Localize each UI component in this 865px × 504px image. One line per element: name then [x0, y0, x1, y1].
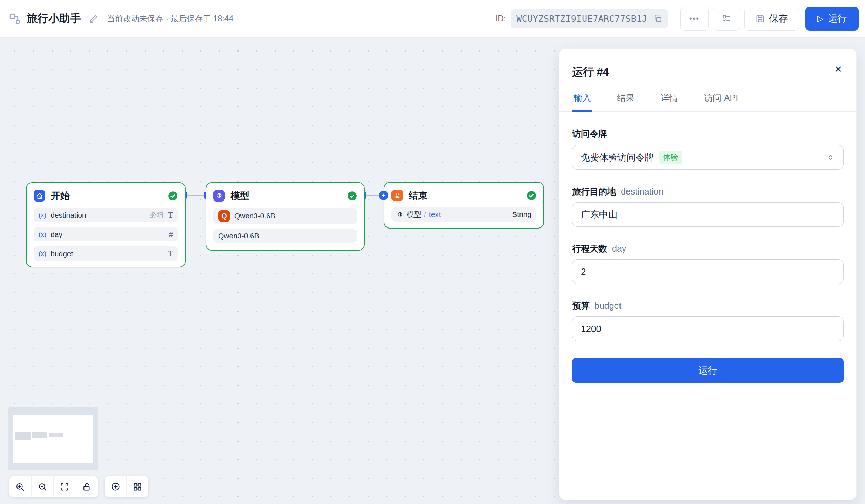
lock-toggle-button[interactable] [76, 476, 98, 497]
variable-icon: (x) [39, 211, 46, 219]
app-window: 旅行小助手 当前改动未保存 · 最后保存于 18:44 ID: WCUYZSRT… [0, 0, 865, 504]
var-name: day [51, 230, 62, 239]
node-model-title: 模型 [230, 190, 249, 202]
run-panel: 运行 #4 ✕ 输入 结果 详情 访问 API 访问令牌 免费体验访问令牌 体验… [559, 48, 857, 500]
home-icon [34, 190, 45, 202]
day-input[interactable] [572, 259, 844, 284]
zoom-out-icon [38, 482, 47, 492]
model-selector-row: Q Qwen3-0.6B [213, 208, 357, 224]
zoom-in-icon [15, 482, 25, 492]
workflow-id-value: WCUYZSRTZI9IUE7ARC77SB1J [516, 14, 647, 24]
minimap-node [15, 432, 31, 440]
node-model-header: 模型 [213, 190, 357, 202]
success-check-icon [168, 191, 178, 201]
run-panel-tabs: 输入 结果 详情 访问 API [559, 92, 856, 112]
node-start[interactable]: 开始 (x) destination 必填 T (x) day [26, 182, 186, 267]
qwen-logo-icon: Q [218, 210, 230, 222]
node-end-header: 结束 [391, 190, 536, 201]
circle-plus-icon [110, 482, 121, 492]
start-row-day: (x) day # [34, 227, 178, 241]
node-start-title: 开始 [51, 190, 70, 202]
workflow-icon [8, 12, 21, 25]
field-label-text: 旅行目的地 [572, 186, 616, 197]
ref-separator: / [424, 210, 426, 219]
grid-icon [133, 482, 142, 492]
ref-field-link: text [429, 210, 441, 219]
destination-label: 旅行目的地 destination [572, 186, 844, 197]
panel-run-button[interactable]: 运行 [572, 358, 844, 383]
token-value: 免费体验访问令牌 [581, 151, 654, 164]
var-name: destination [51, 211, 86, 219]
ellipsis-icon: ••• [689, 14, 699, 23]
type-number-icon: # [169, 230, 173, 239]
add-node-plus-button[interactable]: + [379, 191, 388, 200]
workflow-id-pill: WCUYZSRTZI9IUE7ARC77SB1J [511, 9, 668, 28]
canvas-zoom-toolbar [9, 476, 98, 497]
checklist-button[interactable] [713, 7, 740, 31]
trial-badge: 体验 [659, 151, 682, 164]
tab-input[interactable]: 输入 [572, 92, 592, 112]
brain-mini-icon [396, 211, 404, 218]
plus-icon: + [381, 191, 385, 200]
header-run-button[interactable]: ▷ 运行 [805, 7, 859, 31]
close-icon[interactable]: ✕ [834, 65, 842, 74]
node-model-rows: Q Qwen3-0.6B Qwen3-0.6B [213, 208, 357, 243]
var-name: budget [51, 250, 73, 258]
type-text-icon: T [168, 249, 173, 258]
field-label-text: 预算 [572, 300, 590, 312]
edit-pencil-icon[interactable] [89, 14, 99, 23]
ref-node-name: 模型 [407, 210, 421, 219]
copy-icon[interactable] [653, 14, 662, 23]
model-name: Qwen3-0.6B [234, 212, 275, 220]
auto-layout-button[interactable] [126, 476, 148, 497]
tab-access-api[interactable]: 访问 API [703, 92, 739, 111]
type-text-icon: T [168, 211, 173, 220]
model-prompt-row: Qwen3-0.6B [213, 229, 357, 243]
run-button-label: 运行 [828, 12, 847, 25]
node-start-header: 开始 [34, 190, 178, 202]
tab-result[interactable]: 结果 [616, 92, 636, 111]
field-key-text: day [612, 244, 626, 254]
field-label-text: 行程天数 [572, 243, 607, 254]
play-icon: ▷ [817, 14, 824, 23]
minimap-node [32, 432, 47, 438]
start-row-budget: (x) budget T [34, 246, 178, 261]
node-end-title: 结束 [409, 189, 428, 202]
required-badge: 必填 [150, 210, 164, 220]
header-right: ID: WCUYZSRTZI9IUE7ARC77SB1J ••• [496, 7, 859, 31]
budget-input[interactable] [572, 316, 844, 341]
node-start-rows: (x) destination 必填 T (x) day # (x) budge… [34, 208, 178, 261]
variable-icon: (x) [39, 250, 46, 258]
save-status-text: 当前改动未保存 · 最后保存于 18:44 [107, 13, 233, 24]
top-header: 旅行小助手 当前改动未保存 · 最后保存于 18:44 ID: WCUYZSRT… [0, 0, 865, 38]
finish-flag-icon [391, 190, 403, 201]
token-select[interactable]: 免费体验访问令牌 体验 [572, 145, 844, 170]
chevron-updown-icon [826, 153, 835, 162]
tab-details[interactable]: 详情 [659, 92, 679, 111]
success-check-icon [527, 191, 536, 200]
more-actions-button[interactable]: ••• [680, 7, 709, 31]
node-end[interactable]: 结束 模型 / text [384, 182, 544, 229]
node-model[interactable]: 模型 Q Qwen3-0.6B Qwen3-0.6B [206, 182, 365, 251]
fit-view-button[interactable] [53, 476, 76, 497]
destination-input[interactable] [572, 202, 844, 227]
success-check-icon [347, 191, 357, 201]
minimap-node [49, 433, 63, 437]
run-panel-title: 运行 #4 [572, 65, 844, 80]
edge-start-model [186, 195, 206, 196]
add-node-button[interactable] [105, 476, 126, 497]
budget-label: 预算 budget [572, 300, 844, 312]
save-button[interactable]: 保存 [744, 7, 799, 31]
checklist-icon [722, 14, 731, 23]
id-label: ID: [496, 14, 506, 23]
field-key-text: budget [595, 301, 621, 311]
zoom-out-button[interactable] [31, 476, 54, 497]
unlock-icon [82, 482, 92, 492]
minimap[interactable] [8, 407, 98, 470]
canvas-add-toolbar [105, 476, 148, 497]
start-row-destination: (x) destination 必填 T [34, 208, 178, 222]
zoom-in-button[interactable] [9, 476, 31, 497]
model-prompt-text: Qwen3-0.6B [218, 232, 259, 240]
end-output-row: 模型 / text String [391, 207, 536, 222]
save-button-label: 保存 [769, 12, 788, 25]
